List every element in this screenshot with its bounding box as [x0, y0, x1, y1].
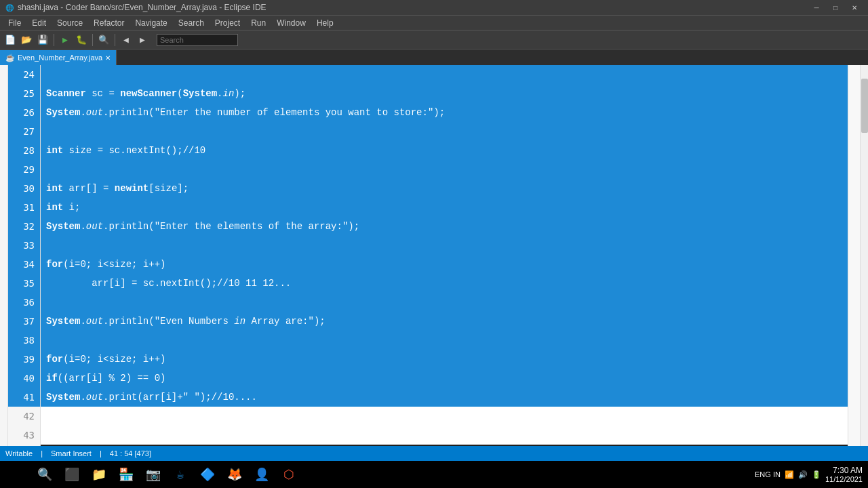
menu-navigate[interactable]: Navigate	[130, 17, 172, 29]
tab-label: Even_Number_Array.java	[18, 54, 102, 62]
code-line[interactable]: Scanner sc = new Scanner(System.in);	[41, 84, 848, 103]
taskbar-speaker-icon: 🔊	[798, 470, 808, 479]
meet-btn[interactable]: 📷	[141, 462, 165, 487]
line-number: 35	[8, 274, 40, 293]
line-number: 28	[8, 141, 40, 160]
code-area[interactable]: Scanner sc = new Scanner(System.in); Sys…	[41, 65, 848, 446]
scrollbar[interactable]	[860, 65, 868, 446]
store-btn[interactable]: 🏪	[114, 462, 138, 487]
taskbar-lang: ENG IN	[755, 470, 781, 479]
line-number: 39	[8, 350, 40, 369]
line-number: 34	[8, 255, 40, 274]
prev-btn[interactable]: ◀	[119, 33, 134, 47]
menu-window[interactable]: Window	[271, 17, 311, 29]
code-line[interactable]: if((arr[i] % 2) == 0)	[41, 369, 848, 388]
maximize-button[interactable]: □	[827, 2, 844, 13]
menu-bar: File Edit Source Refactor Navigate Searc…	[0, 15, 868, 30]
code-line[interactable]: for(i=0; i<size; i++)	[41, 255, 848, 274]
toolbar-sep-1	[54, 34, 54, 46]
code-line[interactable]: System.out.println("Even Numbers in Arra…	[41, 312, 848, 331]
search-btn[interactable]: 🔍	[96, 33, 111, 47]
eclipse-btn[interactable]: ☕	[168, 462, 193, 487]
firefox-btn[interactable]: 🦊	[222, 462, 247, 487]
vs-btn[interactable]: 🔷	[195, 462, 220, 487]
code-line[interactable]: int i;	[41, 198, 848, 217]
code-line[interactable]: for(i=0; i<size; i++)	[41, 350, 848, 369]
explorer-btn[interactable]: 📁	[87, 462, 111, 487]
toolbar-sep-2	[92, 34, 93, 46]
menu-project[interactable]: Project	[210, 17, 245, 29]
code-line[interactable]	[41, 160, 848, 179]
code-line[interactable]	[41, 407, 848, 426]
tab-icon: ☕	[5, 54, 15, 62]
status-writable: Writable	[5, 449, 33, 458]
open-btn[interactable]: 📂	[19, 33, 34, 47]
line-number: 27	[8, 122, 40, 141]
title-bar-icon: 🌐	[5, 4, 14, 12]
menu-help[interactable]: Help	[311, 17, 339, 29]
code-line[interactable]	[41, 236, 848, 255]
code-line[interactable]	[41, 293, 848, 312]
status-insert: Smart Insert	[51, 449, 92, 458]
minimap	[848, 65, 860, 446]
minimize-button[interactable]: ─	[808, 2, 825, 13]
taskbar: ⊞ 🔍 ⬛ 📁 🏪 📷 ☕ 🔷 🦊 👤 ⬡ ENG IN 📶 🔊 🔋 7:30 …	[0, 461, 868, 488]
user-btn[interactable]: 👤	[250, 462, 274, 487]
code-line[interactable]	[41, 122, 848, 141]
line-number: 33	[8, 236, 40, 255]
line-number: 25	[8, 84, 40, 103]
code-line[interactable]: System.out.print(arr[i]+" ");//10....	[41, 388, 848, 407]
editor-tab[interactable]: ☕ Even_Number_Array.java ✕	[0, 50, 117, 65]
code-line[interactable]: System.out.println("Enter the elements o…	[41, 217, 848, 236]
line-number: 42	[8, 407, 40, 426]
taskbar-battery-icon: 🔋	[812, 470, 821, 479]
close-button[interactable]: ✕	[846, 2, 863, 13]
line-number: 38	[8, 331, 40, 350]
code-line[interactable]: int size = sc.nextInt();//10	[41, 141, 848, 160]
run-btn[interactable]: ▶	[58, 33, 73, 47]
menu-edit[interactable]: Edit	[26, 17, 52, 29]
taskbar-right: ENG IN 📶 🔊 🔋 7:30 AM 11/12/2021	[755, 466, 863, 483]
line-number: 30	[8, 179, 40, 198]
menu-search[interactable]: Search	[173, 17, 210, 29]
toolbar: 📄 📂 💾 ▶ 🐛 🔍 ◀ ▶	[0, 30, 868, 49]
line-number: 31	[8, 198, 40, 217]
status-bar: Writable | Smart Insert | 41 : 54 [473]	[0, 446, 868, 461]
search-label	[157, 34, 238, 46]
taskbar-wifi-icon: 📶	[785, 470, 794, 479]
title-bar: 🌐 shashi.java - Coder Bano/src/Even_Numb…	[0, 0, 868, 15]
status-sep-1: |	[41, 449, 43, 458]
menu-refactor[interactable]: Refactor	[88, 17, 130, 29]
menu-run[interactable]: Run	[245, 17, 271, 29]
line-number: 43	[8, 426, 40, 445]
code-line[interactable]: int arr[] = new int[size];	[41, 179, 848, 198]
tab-close-btn[interactable]: ✕	[105, 54, 111, 62]
start-button[interactable]: ⊞	[5, 462, 30, 487]
code-line[interactable]	[41, 331, 848, 350]
git-btn[interactable]: ⬡	[277, 462, 301, 487]
search-taskbar-btn[interactable]: 🔍	[33, 462, 57, 487]
line-number: 24	[8, 65, 40, 84]
debug-btn[interactable]: 🐛	[74, 33, 89, 47]
search-input[interactable]	[157, 34, 238, 46]
line-number: 36	[8, 293, 40, 312]
next-btn[interactable]: ▶	[135, 33, 150, 47]
taskbar-date: 11/12/2021	[825, 475, 863, 483]
save-btn[interactable]: 💾	[35, 33, 50, 47]
line-number: 26	[8, 103, 40, 122]
line-number: 32	[8, 217, 40, 236]
line-number: 29	[8, 160, 40, 179]
editor-body: 2425262728293031323334353637383940414243…	[0, 65, 868, 446]
code-line[interactable]	[41, 426, 848, 445]
taskview-btn[interactable]: ⬛	[60, 462, 84, 487]
code-line[interactable]: arr[i] = sc.nextInt();//10 11 12...	[41, 274, 848, 293]
menu-source[interactable]: Source	[52, 17, 88, 29]
tab-bar: ☕ Even_Number_Array.java ✕	[0, 49, 868, 65]
code-line[interactable]	[41, 65, 848, 84]
line-number: 40	[8, 369, 40, 388]
code-line[interactable]: System.out.println("Enter the number of …	[41, 103, 848, 122]
menu-file[interactable]: File	[3, 17, 26, 29]
scrollbar-thumb[interactable]	[861, 79, 868, 133]
new-btn[interactable]: 📄	[3, 33, 18, 47]
taskbar-clock: 7:30 AM 11/12/2021	[825, 466, 863, 483]
